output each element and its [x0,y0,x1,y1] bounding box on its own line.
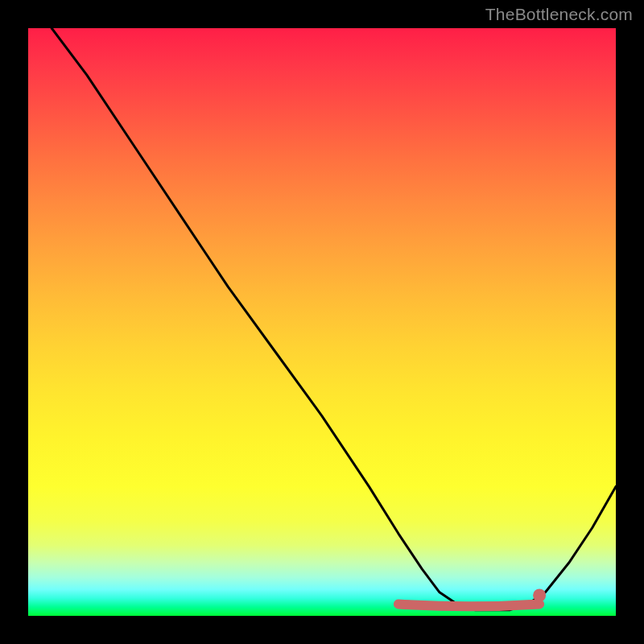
chart-frame: TheBottleneck.com [0,0,644,644]
bottleneck-curve [52,28,616,610]
optimal-range-band [398,604,539,606]
curve-layer [52,28,616,610]
chart-svg [28,28,616,616]
plot-area [28,28,616,616]
watermark-text: TheBottleneck.com [485,5,633,24]
optimal-point-marker [533,589,546,602]
highlight-layer [398,589,546,607]
